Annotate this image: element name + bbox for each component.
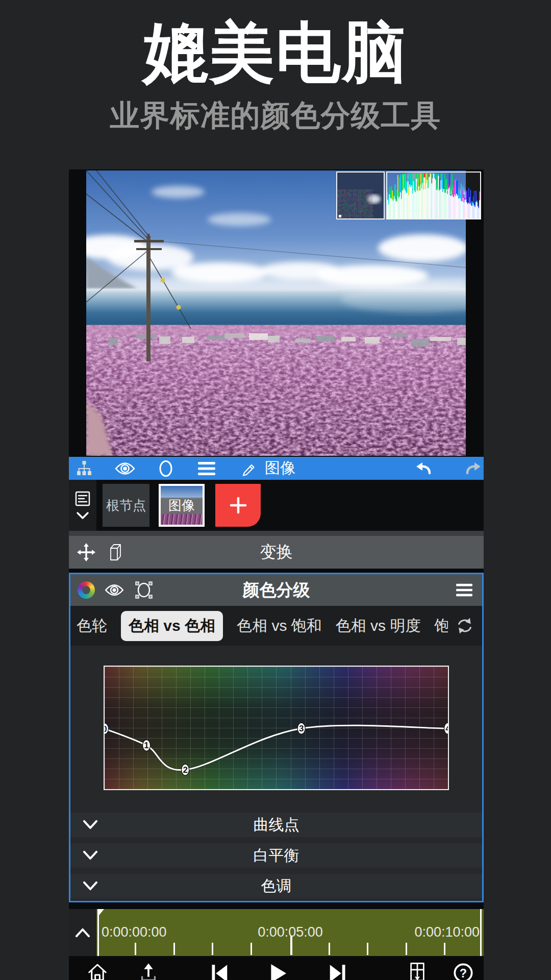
svg-text:0: 0	[105, 724, 107, 734]
undo-icon[interactable]	[412, 460, 434, 477]
ruler-tick-major	[290, 936, 292, 955]
ruler-tick	[444, 943, 445, 955]
strip-divider	[69, 531, 484, 536]
scopes-overlay	[336, 172, 481, 219]
chevron-up-icon	[74, 926, 91, 939]
timeline-end-marker	[480, 909, 482, 956]
plus-icon	[228, 495, 248, 516]
section-row-1[interactable]: 白平衡	[70, 843, 482, 868]
svg-text:2: 2	[183, 765, 187, 775]
tab-1[interactable]: 色相 vs 色相	[121, 611, 223, 641]
ruler-tick	[251, 943, 252, 955]
image-node-label: 图像	[168, 497, 195, 514]
skip-end-icon[interactable]	[326, 962, 348, 980]
transform-label: 变换	[69, 541, 484, 564]
chevron-down-icon[interactable]	[75, 511, 90, 520]
rgb-histogram	[387, 174, 480, 218]
svg-text:3: 3	[299, 724, 304, 733]
curve-point-3[interactable]: 3	[297, 723, 305, 734]
node-list-toggle[interactable]	[69, 480, 96, 531]
move-icon[interactable]	[77, 543, 95, 561]
section-row-2[interactable]: 色调	[70, 874, 482, 898]
ruler-tick	[212, 943, 213, 955]
root-node-label: 根节点	[106, 497, 146, 514]
eye-icon[interactable]	[104, 582, 124, 598]
panel-menu-icon[interactable]	[456, 583, 473, 597]
bottom-toolbar: ?	[69, 959, 484, 980]
skip-start-icon[interactable]	[209, 962, 231, 980]
redo-icon[interactable]	[463, 460, 485, 477]
hue-curve-widget[interactable]: 01234	[104, 666, 449, 790]
play-icon[interactable]	[266, 962, 288, 980]
eye-icon[interactable]	[114, 460, 136, 477]
curve-point-1[interactable]: 1	[143, 740, 151, 751]
timeline-ruler[interactable]: 0:00:00:00 0:00:05:00 0:00:10:00	[96, 909, 484, 956]
ruler-tick	[406, 943, 407, 955]
help-glyph: ?	[460, 967, 467, 980]
ruler-tick	[135, 943, 136, 955]
tab-0[interactable]: 色轮	[77, 616, 107, 636]
timeline-collapse-button[interactable]	[69, 909, 96, 956]
chevron-down-icon	[82, 880, 99, 892]
export-icon[interactable]	[138, 962, 159, 980]
node-tile-image[interactable]: 图像	[159, 484, 205, 527]
chevron-down-icon	[82, 849, 99, 862]
curve-point-4[interactable]: 4	[444, 723, 448, 734]
node-tree-icon[interactable]	[73, 460, 95, 477]
home-icon[interactable]	[87, 962, 108, 980]
node-strip: 根节点 图像	[69, 480, 484, 531]
current-node-label: 图像	[265, 458, 295, 479]
grading-tabs: 色轮色相 vs 色相色相 vs 饱和色相 vs 明度饱和 vs 饱和	[77, 606, 448, 646]
histogram-panel[interactable]	[386, 172, 481, 219]
menu-icon[interactable]	[195, 461, 218, 476]
playhead-flag	[97, 909, 104, 917]
cube-3d-icon[interactable]	[107, 543, 124, 562]
color-grading-title: 颜色分级	[70, 579, 482, 602]
refresh-icon[interactable]	[455, 616, 475, 638]
svg-text:1: 1	[144, 741, 148, 750]
vectorscope-panel[interactable]	[336, 172, 385, 219]
ruler-tick	[173, 943, 175, 955]
add-node-button[interactable]	[215, 484, 261, 527]
timeline: 0:00:00:00 0:00:05:00 0:00:10:00	[69, 909, 484, 956]
timecode-end: 0:00:10:00	[414, 924, 480, 940]
curve-point-2[interactable]: 2	[182, 764, 189, 775]
render-window-icon[interactable]	[408, 962, 427, 980]
layer-list-icon	[74, 491, 91, 507]
app-screenshot: 图像 根节点 图像	[69, 169, 484, 980]
node-tile-root[interactable]: 根节点	[103, 484, 149, 527]
transform-row[interactable]: 变换	[69, 536, 484, 569]
color-grading-header[interactable]: 颜色分级	[70, 574, 482, 606]
ruler-tick	[329, 943, 330, 955]
tab-4[interactable]: 饱和 vs 饱和	[434, 616, 448, 636]
thumb-field	[161, 514, 203, 525]
color-wheel-icon[interactable]	[78, 581, 95, 599]
svg-text:4: 4	[445, 724, 448, 733]
curve-point-0[interactable]: 0	[105, 723, 109, 734]
mask-circle-icon[interactable]	[155, 459, 177, 478]
timecode-start: 0:00:00:00	[102, 924, 167, 940]
curve-zone: 01234	[70, 646, 482, 814]
edit-pencil-icon[interactable]	[237, 460, 260, 477]
page-title: 媲美电脑	[0, 9, 551, 97]
curve-plot: 01234	[105, 667, 448, 789]
page-subtitle: 业界标准的颜色分级工具	[0, 96, 551, 136]
mask-select-icon[interactable]	[134, 581, 154, 599]
image-node-label-band: 图像	[161, 498, 203, 514]
tab-2[interactable]: 色相 vs 饱和	[237, 616, 322, 636]
ruler-tick	[367, 943, 368, 955]
chevron-down-icon	[82, 819, 99, 831]
editor-toolbar: 图像	[69, 457, 484, 480]
section-row-0[interactable]: 曲线点	[70, 813, 482, 837]
tab-3[interactable]: 色相 vs 明度	[336, 616, 421, 636]
grading-tabs-bar: 色轮色相 vs 色相色相 vs 饱和色相 vs 明度饱和 vs 饱和	[70, 606, 482, 646]
help-icon[interactable]: ?	[453, 962, 474, 980]
color-grading-panel: 颜色分级 色轮色相 vs 色相色相 vs 饱和色相 vs 明度饱和 vs 饱和	[69, 573, 484, 902]
